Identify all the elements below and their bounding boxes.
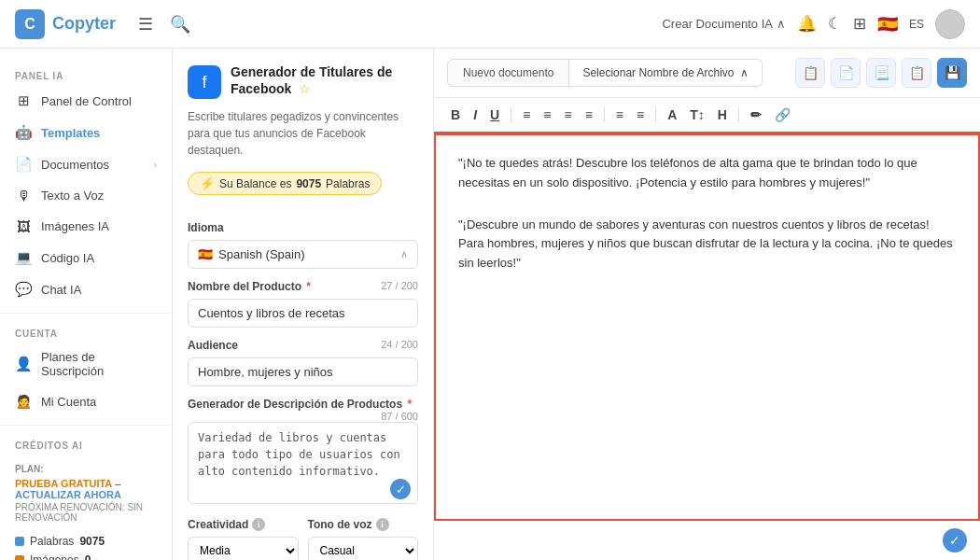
sidebar: PANEL IA ⊞ Panel de Control 🤖 Templates … <box>0 49 173 560</box>
underline-button[interactable]: U <box>486 105 503 124</box>
fullscreen-icon[interactable]: ⊞ <box>853 14 866 34</box>
plan-text: PRUEBA GRATUITA – ACTUALIZAR AHORA <box>15 478 157 500</box>
editor-paragraph-2: "¡Descubre un mundo de sabores y aventur… <box>458 216 956 273</box>
sidebar-label-cuenta: Mi Cuenta <box>41 395 157 409</box>
align-left-button[interactable]: ≡ <box>519 105 534 124</box>
imagenes-label: Imágenes <box>30 553 79 560</box>
facebook-icon: f <box>188 65 221 99</box>
new-doc-tab[interactable]: Nuevo documento <box>447 59 569 87</box>
ordered-list-button[interactable]: ≡ <box>612 105 627 124</box>
code-icon: 💻 <box>15 249 32 266</box>
justify-button[interactable]: ≡ <box>581 105 596 124</box>
nombre-input[interactable] <box>188 299 418 328</box>
plan-upgrade-link[interactable]: ACTUALIZAR AHORA <box>15 489 121 500</box>
toolbar-sep-3 <box>655 107 656 122</box>
sidebar-label-texto: Texto a Voz <box>41 189 157 203</box>
sidebar-item-codigo[interactable]: 💻 Código IA <box>0 242 172 273</box>
select-arrow-icon: ∧ <box>400 248 408 260</box>
sidebar-divider <box>0 313 172 314</box>
unordered-list-button[interactable]: ≡ <box>633 105 648 124</box>
crear-documento-button[interactable]: Crear Documento IA ∧ <box>662 17 786 31</box>
line-height-button[interactable]: T↕ <box>686 105 708 124</box>
align-right-button[interactable]: ≡ <box>560 105 575 124</box>
chat-icon: 💬 <box>15 281 32 298</box>
toolbar-sep-1 <box>511 107 511 122</box>
export-btn[interactable]: 📄 <box>831 58 861 88</box>
brush-button[interactable]: ✏ <box>747 105 765 124</box>
sidebar-item-templates[interactable]: 🤖 Templates <box>0 117 172 148</box>
mic-icon: 🎙 <box>15 188 32 203</box>
tono-info-icon[interactable]: i <box>376 518 389 531</box>
bottom-check-icon: ✓ <box>943 528 967 553</box>
planes-icon: 👤 <box>15 356 32 372</box>
sidebar-label-templates: Templates <box>41 126 157 140</box>
image-icon: 🖼 <box>15 218 32 234</box>
sidebar-label-panel: Panel de Control <box>41 94 157 108</box>
toolbar-sep-2 <box>604 107 605 122</box>
editor-panel: Nuevo documento Selecionar Nombre de Arc… <box>434 49 980 560</box>
creatividad-info-icon[interactable]: i <box>252 518 265 531</box>
doc-btn[interactable]: 📃 <box>866 58 896 88</box>
desc-label: Generador de Descripción de Productos * … <box>188 398 418 411</box>
save-btn[interactable]: 💾 <box>937 58 967 88</box>
select-name-tab[interactable]: Selecionar Nombre de Archivo ∧ <box>569 59 762 87</box>
desc-check-icon: ✓ <box>390 479 411 499</box>
lightning-icon: ⚡ <box>200 176 215 190</box>
sidebar-item-imagenes[interactable]: 🖼 Imágenes IA <box>0 211 172 242</box>
audience-label: Audience 24 / 200 <box>188 339 418 352</box>
language-code: ES <box>909 18 924 31</box>
link-button[interactable]: 🔗 <box>771 105 794 124</box>
tool-title: Generador de Titulares de Facebook <box>231 64 392 96</box>
bold-button[interactable]: B <box>447 105 464 124</box>
heading-button[interactable]: H <box>714 105 731 124</box>
sidebar-item-chat[interactable]: 💬 Chat IA <box>0 273 172 305</box>
sidebar-divider-2 <box>0 425 172 426</box>
creatividad-select[interactable]: Media <box>188 537 299 560</box>
logo-box: C <box>15 9 45 39</box>
dark-mode-icon[interactable]: ☾ <box>828 14 842 34</box>
idioma-label: Idioma <box>188 221 418 234</box>
italic-button[interactable]: I <box>469 105 481 124</box>
editor-body[interactable]: "¡No te quedes atrás! Descubre los teléf… <box>434 133 980 521</box>
desc-textarea[interactable]: Variedad de libros y cuentas para todo t… <box>188 422 418 504</box>
language-select-flag: 🇪🇸 <box>198 247 213 261</box>
tool-desc: Escribe titulares pegadizos y convincent… <box>188 108 418 159</box>
balance-badge: ⚡ Su Balance es 9075 Palabras <box>188 172 382 195</box>
credits-imagenes: Imágenes 0 <box>0 551 172 560</box>
search-icon[interactable]: 🔍 <box>170 14 190 35</box>
palabras-value: 9075 <box>79 535 105 548</box>
sidebar-item-documentos[interactable]: 📄 Documentos › <box>0 148 172 180</box>
idioma-select[interactable]: 🇪🇸 Spanish (Spain) ∧ <box>188 240 418 269</box>
duplicate-btn[interactable]: 📋 <box>902 58 931 88</box>
copy-btn[interactable]: 📋 <box>795 58 825 88</box>
editor-toolbar: B I U ≡ ≡ ≡ ≡ ≡ ≡ A T↕ H ✏ 🔗 <box>434 98 980 133</box>
plan-free-label: PRUEBA GRATUITA <box>15 478 112 489</box>
arrow-icon: › <box>154 160 157 170</box>
editor-topbar: Nuevo documento Selecionar Nombre de Arc… <box>434 49 980 98</box>
palabras-dot <box>15 537 24 546</box>
sidebar-label-documentos: Documentos <box>41 158 145 172</box>
tono-col: Tono de voz i Casual <box>308 518 419 560</box>
nombre-char-count: 27 / 200 <box>381 280 418 291</box>
menu-icon[interactable]: ☰ <box>138 14 153 35</box>
balance-text-pre: Su Balance es <box>219 177 291 190</box>
sidebar-item-texto-voz[interactable]: 🎙 Texto a Voz <box>0 180 172 211</box>
desc-wrapper: Variedad de libros y cuentas para todo t… <box>188 416 418 507</box>
sidebar-item-planes[interactable]: 👤 Planes de Suscripción <box>0 343 172 385</box>
sidebar-item-panel-control[interactable]: ⊞ Panel de Control <box>0 85 172 117</box>
sidebar-label-imagenes: Imágenes IA <box>41 219 157 233</box>
tono-select[interactable]: Casual <box>308 537 419 560</box>
cuenta-label: CUENTA <box>0 321 172 343</box>
align-center-button[interactable]: ≡ <box>539 105 554 124</box>
palabras-label: Palabras <box>30 535 74 548</box>
avatar[interactable] <box>935 9 965 39</box>
grid-icon: ⊞ <box>15 92 32 109</box>
notifications-icon[interactable]: 🔔 <box>797 14 817 34</box>
sidebar-label-planes: Planes de Suscripción <box>41 350 157 378</box>
panel-ia-label: PANEL IA <box>0 63 172 85</box>
editor-paragraph-1: "¡No te quedes atrás! Descubre los teléf… <box>458 154 956 193</box>
audience-input[interactable] <box>188 357 418 386</box>
font-size-button[interactable]: A <box>664 105 680 124</box>
sidebar-item-mi-cuenta[interactable]: 🙍 Mi Cuenta <box>0 385 172 417</box>
star-icon: ☆ <box>299 81 311 96</box>
